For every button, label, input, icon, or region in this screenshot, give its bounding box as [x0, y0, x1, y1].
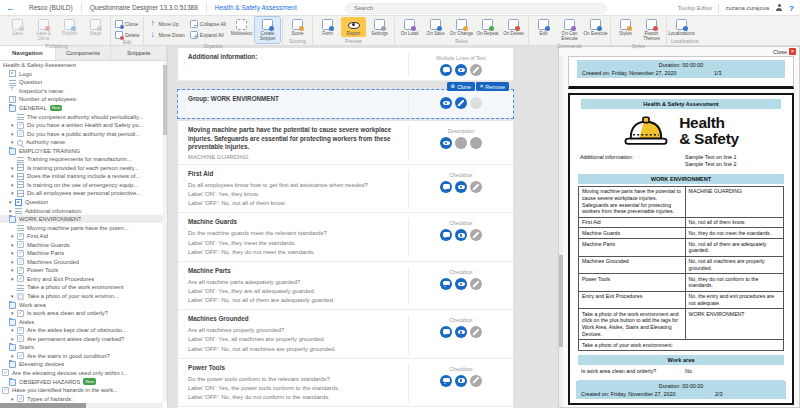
link-icon[interactable] [470, 229, 482, 241]
save-clone-button[interactable]: Save & Clone [31, 17, 56, 43]
search-input[interactable] [345, 3, 607, 14]
remove-group-button[interactable]: Remove [476, 82, 509, 91]
report-themes-button[interactable]: Report Themes [639, 17, 664, 43]
user-avatar-icon[interactable] [775, 4, 783, 12]
on-load-button[interactable]: On Load [397, 17, 422, 37]
visibility-icon[interactable] [455, 326, 467, 338]
link-icon[interactable] [470, 278, 482, 290]
tree-item[interactable]: Power Tools [0, 266, 163, 275]
question-row[interactable]: Clone Remove Group: WORK ENVIRONMENT [178, 90, 513, 118]
drag-handle-icon[interactable] [181, 53, 188, 76]
tree-item[interactable]: Are the elevating devices used only with… [0, 369, 163, 378]
comments-icon[interactable] [440, 278, 452, 290]
stage-button[interactable]: Stage [83, 17, 108, 37]
edit-command-button[interactable]: Edit [531, 17, 556, 37]
tree-item[interactable]: Elevating devices [0, 360, 163, 369]
localizations-button[interactable]: Localizations [669, 17, 694, 37]
multiselect-button[interactable]: Multiselect [229, 17, 254, 37]
question-row[interactable]: First Aid Do all employees know how to g… [178, 165, 513, 213]
question-row[interactable]: Additional information: Multiple Lines o… [178, 48, 513, 81]
visibility-icon[interactable] [455, 97, 467, 109]
drag-handle-icon[interactable] [181, 364, 188, 402]
form-button[interactable]: Form [315, 17, 340, 37]
tree-item[interactable]: Authority name: [0, 138, 163, 147]
tree-item[interactable]: First Aid [0, 232, 163, 241]
tree-item[interactable]: Take a photo of the work environment [0, 283, 163, 292]
visibility-icon[interactable] [455, 278, 467, 290]
link-icon[interactable] [470, 181, 482, 193]
scrollbar-thumb[interactable] [559, 255, 563, 347]
sidebar-horizontal-scrollbar[interactable] [0, 403, 163, 408]
scrollbar-thumb[interactable] [163, 65, 167, 135]
tree-item[interactable]: Do you have a written Health and Safety … [0, 121, 163, 130]
visibility-icon[interactable] [455, 181, 467, 193]
clone-group-button[interactable]: Clone [447, 82, 475, 91]
on-delete-button[interactable]: On Delete [501, 17, 526, 37]
tree-item[interactable]: Inspector's name: [0, 87, 163, 96]
tree-item[interactable]: Number of employees: [0, 95, 163, 104]
question-row[interactable]: Machine Parts Are all machine parts adeq… [178, 262, 513, 310]
visibility-icon[interactable] [455, 375, 467, 387]
tree-item[interactable]: Training requirements for manufacturin..… [0, 155, 163, 164]
sidebar-vertical-scrollbar[interactable] [163, 61, 167, 402]
tree-item[interactable]: WORK ENVIRONMENT [0, 215, 163, 224]
visibility-icon[interactable] [455, 64, 467, 76]
move-down-button[interactable]: Move Down [148, 31, 184, 39]
help-button[interactable]: ? [789, 4, 794, 13]
back-arrow-icon[interactable]: ← [6, 3, 15, 13]
tree-item[interactable]: Are permanent aisles clearly marked? [0, 335, 163, 344]
tree-item[interactable]: Machine Parts [0, 249, 163, 258]
publish-button[interactable]: Publish [57, 17, 82, 37]
drag-handle-icon[interactable] [181, 95, 188, 114]
link-icon[interactable] [470, 64, 482, 76]
drag-handle-icon[interactable] [181, 170, 188, 208]
tree-item[interactable]: Are the aisles kept clear of obstructio.… [0, 326, 163, 335]
comments-icon[interactable] [440, 137, 452, 149]
tree-item[interactable]: Moving machine parts have the poten... [0, 223, 163, 232]
tree-item[interactable]: Stairs [0, 343, 163, 352]
question-row[interactable]: Machine Guards Do the machine guards mee… [178, 213, 513, 261]
link-icon[interactable] [470, 97, 482, 109]
tree-item[interactable]: Aisles [0, 317, 163, 326]
comments-icon[interactable] [440, 97, 452, 109]
tree-item[interactable]: Is work area clean and orderly? [0, 309, 163, 318]
collapse-all-button[interactable]: Collapse All [190, 20, 226, 28]
tree-item[interactable]: Additional information: [0, 206, 163, 215]
save-button[interactable]: Save [5, 17, 30, 37]
tooltip-editor-button[interactable]: Tooltip Editor [678, 5, 713, 11]
tree-item[interactable]: Machines Grounded [0, 258, 163, 267]
link-icon[interactable] [470, 326, 482, 338]
close-preview-button[interactable]: Close × [773, 48, 796, 55]
comments-icon[interactable] [440, 326, 452, 338]
tree-item[interactable]: Take a photo of your work environ... [0, 292, 163, 301]
create-snippet-button[interactable]: Create Snippet [255, 17, 280, 43]
report-button[interactable]: Report [341, 17, 366, 37]
on-can-execute-button[interactable]: On Can Execute [557, 17, 582, 43]
tree-item[interactable]: The competent authority should periodica… [0, 112, 163, 121]
tree-item[interactable]: Work area [0, 300, 163, 309]
tree-item[interactable]: EMPLOYEE TRAINING [0, 146, 163, 155]
tree-item[interactable]: Does the initial training include a revi… [0, 172, 163, 181]
tree-item[interactable]: Do you have a public authority that peri… [0, 129, 163, 138]
tree-item[interactable]: OBSERVED HAZARDS New [0, 377, 163, 386]
delete-button[interactable]: Delete [115, 31, 139, 39]
tree-item[interactable]: Health & Safety Assessment [0, 61, 163, 70]
link-icon[interactable] [470, 137, 482, 149]
tree-item[interactable]: GENERAL New [0, 104, 163, 113]
drag-handle-icon[interactable] [181, 218, 188, 256]
tree-item[interactable]: Entry and Exit Procedures [0, 275, 163, 284]
drag-handle-icon[interactable] [181, 267, 188, 305]
move-up-button[interactable]: Move Up [148, 20, 184, 28]
comments-icon[interactable] [440, 375, 452, 387]
scrollbar-thumb[interactable] [0, 403, 86, 408]
on-change-button[interactable]: On Change [449, 17, 474, 37]
clone-button[interactable]: Clone [115, 20, 139, 28]
tree-item[interactable]: Is training provided for each person new… [0, 164, 163, 173]
expand-all-button[interactable]: Expand All [190, 31, 226, 39]
score-button[interactable]: Score [285, 17, 310, 37]
on-execute-button[interactable]: On Execute [583, 17, 608, 37]
on-repeat-button[interactable]: On Repeat [475, 17, 500, 37]
comments-icon[interactable] [440, 229, 452, 241]
settings-button[interactable]: Settings [367, 17, 392, 37]
tree-item[interactable]: Have you identified hazards in the work.… [0, 386, 163, 395]
